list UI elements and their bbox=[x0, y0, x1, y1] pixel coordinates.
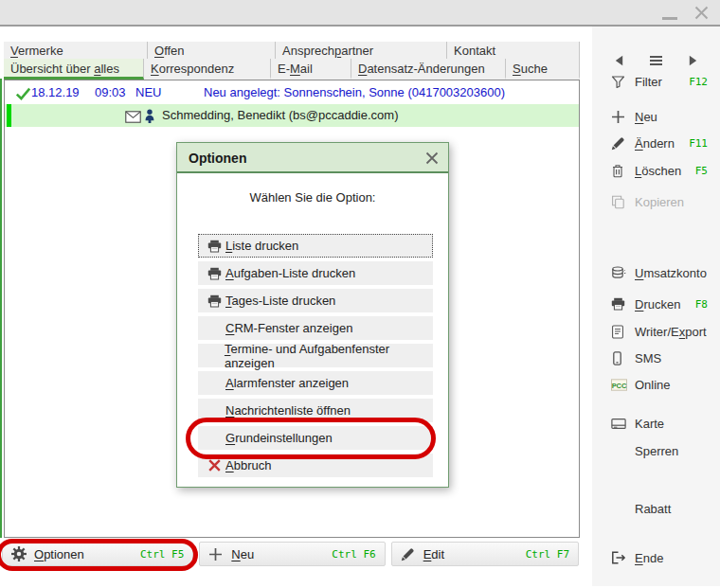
printer-icon bbox=[203, 267, 225, 280]
next-record-icon[interactable] bbox=[689, 53, 697, 67]
sidebar-item-label: Neu bbox=[635, 110, 657, 124]
tab-ansprechpartner[interactable]: Ansprechpartner bbox=[276, 42, 447, 59]
svg-text:PCC: PCC bbox=[612, 381, 627, 389]
tab-datensatz-anderungen[interactable]: Datensatz-Änderungen bbox=[351, 59, 506, 80]
dialog-prompt: Wählen Sie die Option: bbox=[177, 190, 448, 205]
tab-e-mail[interactable]: E-Mail bbox=[271, 59, 351, 80]
dialog-close-icon[interactable] bbox=[424, 150, 440, 166]
pcc-logo-icon: PCC bbox=[611, 379, 635, 391]
sidebar-item-writer-export[interactable]: Writer/Export bbox=[592, 318, 720, 345]
option-alarmfenster-anzeigen[interactable]: Alarmfenster anzeigen bbox=[198, 371, 433, 395]
sidebar-item-label: Ende bbox=[635, 551, 663, 565]
tab-korrespondenz[interactable]: Korrespondenz bbox=[144, 59, 271, 80]
envelope-icon bbox=[125, 109, 141, 123]
entry-time: 09:03 bbox=[95, 85, 126, 99]
minimize-icon bbox=[662, 17, 677, 20]
entry-text: Neu angelegt: Sonnenschein, Sonne (04170… bbox=[204, 85, 505, 99]
option-termine-und-aufgabenfenster-anzeigen[interactable]: Termine- und Aufgabenfenster anzeigen bbox=[198, 344, 433, 367]
bottom-button-edit[interactable]: EditCtrl F7 bbox=[391, 542, 579, 566]
document-icon bbox=[611, 325, 635, 339]
tab-suche[interactable]: Suche bbox=[506, 59, 580, 80]
option-label: Liste drucken bbox=[225, 239, 298, 253]
option-abbruch[interactable]: Abbruch bbox=[198, 454, 433, 477]
pencil-icon bbox=[401, 547, 423, 561]
entry-date: 18.12.19 bbox=[31, 85, 80, 99]
option-tages-liste-drucken[interactable]: Tages-Liste drucken bbox=[198, 289, 433, 312]
sidebar-item-label: Ändern bbox=[635, 136, 675, 151]
close-button[interactable] bbox=[693, 5, 714, 22]
sidebar-item-filter[interactable]: FilterF12 bbox=[592, 68, 720, 95]
minimize-button[interactable] bbox=[659, 6, 680, 23]
bottom-button-optionen[interactable]: OptionenCtrl F5 bbox=[2, 542, 193, 566]
option-nachrichtenliste-offnen[interactable]: Nachrichtenliste öffnen bbox=[198, 399, 433, 422]
tab-ubersicht-uber-alles[interactable]: Übersicht über alles bbox=[4, 59, 144, 80]
sidebar-item-label: Writer/Export bbox=[635, 325, 707, 339]
sidebar-item-rabatt[interactable]: Rabatt bbox=[592, 495, 720, 522]
option-label: Termine- und Aufgabenfenster anzeigen bbox=[225, 342, 433, 370]
sidebar-item-online[interactable]: PCCOnline bbox=[592, 371, 720, 398]
tab-kontakt[interactable]: Kontakt bbox=[447, 42, 580, 59]
tab-bar: VermerkeOffenAnsprechpartnerKontakt Über… bbox=[4, 42, 580, 80]
shortcut-label: Ctrl F7 bbox=[526, 548, 569, 561]
menu-icon[interactable] bbox=[649, 53, 663, 67]
options-dialog: Optionen Wählen Sie die Option: Liste dr… bbox=[176, 142, 449, 488]
sidebar-item-drucken[interactable]: DruckenF8 bbox=[592, 291, 720, 317]
option-label: Nachrichtenliste öffnen bbox=[225, 403, 351, 418]
button-label: Edit bbox=[423, 547, 444, 561]
sidebar-item-loschen[interactable]: LöschenF5 bbox=[592, 157, 720, 184]
sidebar-item-label: Online bbox=[635, 378, 671, 392]
option-crm-fenster-anzeigen[interactable]: CRM-Fenster anzeigen bbox=[198, 316, 433, 340]
shortcut-label: Ctrl F5 bbox=[140, 548, 184, 561]
sidebar-item-sms[interactable]: SMS bbox=[592, 345, 720, 371]
sidebar-item-label: Sperren bbox=[635, 444, 678, 458]
sidebar-item-andern[interactable]: ÄndernF11 bbox=[592, 130, 720, 156]
plus-icon bbox=[611, 110, 635, 124]
list-item-log-entry[interactable]: 18.12.19 09:03 NEU Neu angelegt: Sonnens… bbox=[5, 83, 579, 102]
sidebar-item-sperren[interactable]: Sperren bbox=[592, 437, 720, 464]
prev-record-icon[interactable] bbox=[615, 53, 623, 67]
check-icon bbox=[15, 85, 31, 100]
trash-icon bbox=[611, 164, 635, 178]
sidebar-item-ende[interactable]: Ende bbox=[592, 544, 720, 571]
person-icon bbox=[144, 108, 155, 123]
option-label: Grundeinstellungen bbox=[225, 431, 333, 445]
shortcut-label: F5 bbox=[695, 165, 708, 177]
copy-icon bbox=[611, 195, 635, 209]
sidebar-item-karte[interactable]: Karte bbox=[592, 410, 720, 437]
sidebar-item-label: Karte bbox=[635, 417, 664, 431]
option-liste-drucken[interactable]: Liste drucken bbox=[198, 234, 433, 258]
coins-icon bbox=[611, 266, 635, 279]
phone-icon bbox=[611, 351, 635, 365]
bottom-button-neu[interactable]: NeuCtrl F6 bbox=[199, 542, 385, 566]
option-grundeinstellungen[interactable]: Grundeinstellungen bbox=[198, 426, 433, 450]
sidebar-item-label: Filter bbox=[635, 75, 662, 89]
tab-offen[interactable]: Offen bbox=[148, 42, 276, 59]
card-icon bbox=[611, 418, 635, 430]
shortcut-label: Ctrl F6 bbox=[332, 548, 375, 561]
shortcut-label: F8 bbox=[695, 298, 708, 311]
list-item-contact-selected[interactable]: Schmedding, Benedikt (bs@pccaddie.com) bbox=[5, 104, 579, 127]
sidebar-item-kopieren: Kopieren bbox=[592, 188, 720, 215]
button-label: Neu bbox=[231, 547, 254, 561]
option-label: Aufgaben-Liste drucken bbox=[225, 266, 355, 280]
exit-icon bbox=[611, 551, 635, 564]
red-x-icon bbox=[203, 458, 225, 472]
dialog-titlebar: Optionen bbox=[177, 143, 448, 173]
option-label: Alarmfenster anzeigen bbox=[225, 376, 349, 390]
dialog-options-list: Liste druckenAufgaben-Liste druckenTages… bbox=[198, 234, 433, 481]
close-icon bbox=[693, 5, 710, 21]
funnel-icon bbox=[611, 75, 635, 89]
sidebar-item-umsatzkonto[interactable]: Umsatzkonto bbox=[592, 259, 720, 286]
sidebar-item-label: Drucken bbox=[635, 297, 680, 312]
sidebar: FilterF12NeuÄndernF11LöschenF5KopierenUm… bbox=[592, 27, 720, 586]
tab-vermerke[interactable]: Vermerke bbox=[4, 42, 148, 59]
main-area: VermerkeOffenAnsprechpartnerKontakt Über… bbox=[0, 27, 592, 586]
printer-icon bbox=[203, 294, 225, 308]
sidebar-item-label: SMS bbox=[635, 351, 661, 365]
tab-row-2: Übersicht über allesKorrespondenzE-MailD… bbox=[4, 59, 580, 80]
option-aufgaben-liste-drucken[interactable]: Aufgaben-Liste drucken bbox=[198, 261, 433, 285]
sidebar-item-neu[interactable]: Neu bbox=[592, 103, 720, 130]
printer-icon bbox=[203, 240, 225, 253]
gear-icon bbox=[11, 546, 34, 561]
sidebar-items: FilterF12NeuÄndernF11LöschenF5KopierenUm… bbox=[592, 68, 720, 571]
